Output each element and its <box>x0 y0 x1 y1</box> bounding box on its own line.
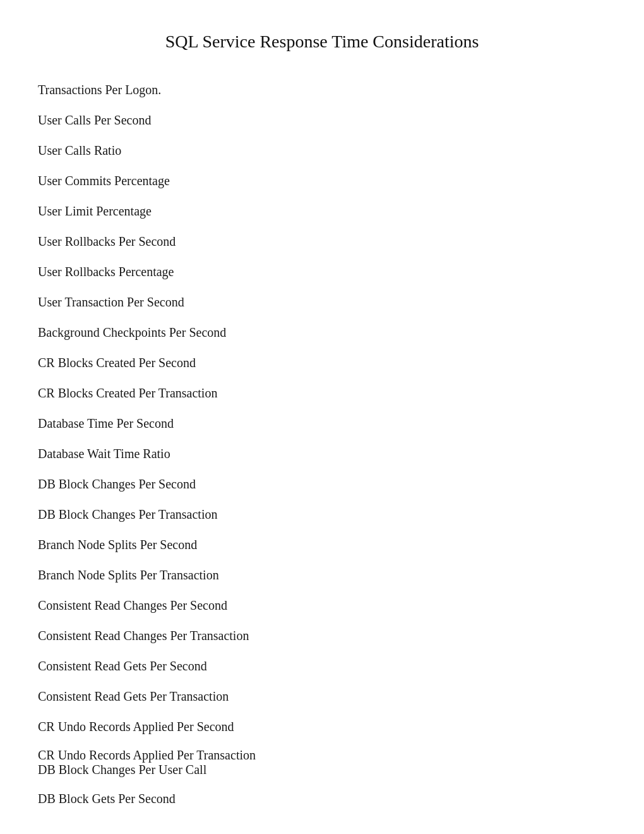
list-item: User Transaction Per Second <box>38 287 606 317</box>
list-item: User Limit Percentage <box>38 196 606 226</box>
list-item: User Calls Ratio <box>38 135 606 166</box>
list-item: Database Wait Time Ratio <box>38 438 606 469</box>
list-item: Consistent Read Changes Per Transaction <box>38 620 606 651</box>
list-item: Consistent Read Changes Per Second <box>38 590 606 620</box>
list-item: CR Blocks Created Per Transaction <box>38 378 606 408</box>
list-item: DB Block Gets Per Second <box>38 783 606 814</box>
list-item: User Rollbacks Per Second <box>38 226 606 257</box>
list-item: Branch Node Splits Per Transaction <box>38 560 606 590</box>
list-item: Database Time Per Second <box>38 408 606 438</box>
list-item: User Rollbacks Percentage <box>38 257 606 287</box>
list-item: Transactions Per Logon. <box>38 75 606 105</box>
list-item: CR Undo Records Applied Per Transaction <box>38 742 606 763</box>
list-item: Consistent Read Gets Per Second <box>38 651 606 681</box>
list-item: Background Checkpoints Per Second <box>38 317 606 348</box>
list-item: DB Block Changes Per Second <box>38 469 606 499</box>
list-item: CR Blocks Created Per Second <box>38 348 606 378</box>
list-item: DB Block Changes Per User Call <box>38 763 606 783</box>
page-title: SQL Service Response Time Considerations <box>38 32 606 52</box>
list-item: User Calls Per Second <box>38 105 606 135</box>
list-item: CR Undo Records Applied Per Second <box>38 711 606 742</box>
list-item: DB Block Changes Per Transaction <box>38 499 606 529</box>
list-item: Consistent Read Gets Per Transaction <box>38 681 606 711</box>
list-item: User Commits Percentage <box>38 166 606 196</box>
list-item: Branch Node Splits Per Second <box>38 529 606 560</box>
items-list: Transactions Per Logon. User Calls Per S… <box>38 75 606 814</box>
